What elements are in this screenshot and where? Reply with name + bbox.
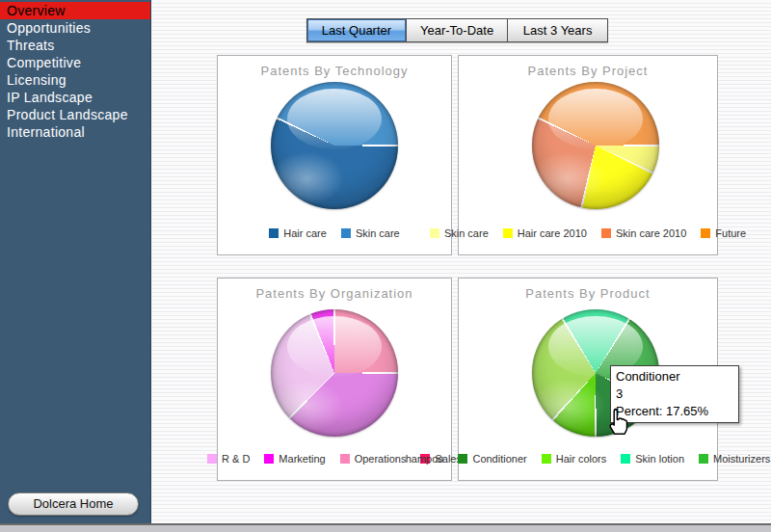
legend-swatch	[542, 454, 551, 464]
sidebar-item-international[interactable]: International	[0, 123, 150, 141]
chart-title: Patents By Product	[459, 286, 717, 301]
pie-chart-organization[interactable]	[271, 309, 398, 437]
chart-legend: Skin careHair care 2010Skin care 2010Fut…	[459, 226, 717, 239]
legend-item: Marketing	[264, 453, 325, 465]
tab-last-3-years[interactable]: Last 3 Years	[508, 19, 607, 41]
legend-swatch	[264, 454, 274, 464]
legend-swatch	[430, 228, 439, 238]
legend-item: R & D	[207, 453, 250, 465]
legend-item: Skin care	[430, 227, 489, 239]
legend-label: Skin lotion	[635, 453, 684, 465]
tab-last-quarter[interactable]: Last Quarter	[307, 19, 407, 41]
chart-legend: hampooConditionerHair colorsSkin lotionM…	[459, 452, 717, 465]
legend-swatch	[458, 454, 467, 464]
sidebar-item-licensing[interactable]: Licensing	[0, 71, 150, 89]
tooltip-value: 3	[616, 386, 733, 403]
legend-label: Hair care 2010	[518, 227, 587, 239]
sidebar-item-overview[interactable]: Overview	[0, 2, 150, 19]
legend-item: Operations	[340, 453, 407, 465]
legend-swatch	[340, 454, 350, 464]
legend-label: Skin care	[356, 227, 400, 239]
sidebar-item-opportunities[interactable]: Opportunities	[0, 19, 150, 37]
legend-label: Skin care 2010	[616, 227, 686, 239]
pie-chart-project[interactable]	[532, 82, 659, 209]
sidebar-item-threats[interactable]: Threats	[0, 37, 150, 54]
legend-swatch	[699, 454, 708, 464]
window-bottom-edge	[0, 523, 771, 532]
legend-label: R & D	[222, 453, 250, 465]
panel-patents-by-technology: Patents By Technology Hair careSkin care	[217, 55, 452, 255]
legend-label: Marketing	[279, 453, 325, 465]
legend-item: Hair care 2010	[503, 227, 587, 239]
chart-legend: Hair careSkin care	[218, 226, 451, 239]
legend-swatch	[207, 454, 217, 464]
legend-label: Operations	[355, 453, 407, 465]
legend-item: Conditioner	[458, 453, 526, 465]
legend-label: Hair colors	[556, 453, 607, 465]
sidebar: Overview Opportunities Threats Competiti…	[0, 0, 151, 523]
sidebar-item-competitive[interactable]: Competitive	[0, 54, 150, 71]
tooltip-percent: Percent: 17.65%	[616, 403, 733, 420]
legend-label: Skin care	[444, 227, 489, 239]
legend-label: Hair care	[283, 227, 327, 239]
legend-swatch	[601, 228, 611, 238]
legend-item: Hair colors	[542, 453, 607, 465]
period-tabbar: Last Quarter Year-To-Date Last 3 Years	[306, 18, 608, 42]
dolcera-home-button[interactable]: Dolcera Home	[8, 492, 139, 516]
hand-pointer-cursor	[605, 407, 632, 438]
legend-item: hampoo	[406, 453, 444, 465]
chart-title: Patents By Technology	[218, 64, 451, 78]
legend-item: Future	[701, 227, 746, 239]
legend-label: Moisturizers	[713, 453, 770, 465]
legend-swatch	[503, 228, 513, 238]
panel-patents-by-organization: Patents By Organization R & DMarketingOp…	[217, 278, 452, 481]
sidebar-item-product-landscape[interactable]: Product Landscape	[0, 106, 150, 123]
legend-swatch	[701, 228, 710, 238]
chart-title: Patents By Organization	[218, 286, 451, 301]
legend-label: Conditioner	[472, 453, 526, 465]
legend-swatch	[621, 454, 630, 464]
tooltip-label: Conditioner	[616, 368, 733, 386]
panel-patents-by-project: Patents By Project Skin careHair care 20…	[458, 55, 718, 255]
legend-label: hampoo	[406, 453, 444, 465]
legend-item: Skin lotion	[621, 453, 684, 465]
legend-item: Skin care 2010	[601, 227, 686, 239]
legend-item: Hair care	[269, 227, 327, 239]
legend-swatch	[341, 228, 351, 238]
legend-item: Moisturizers	[699, 453, 770, 465]
chart-title: Patents By Project	[459, 64, 717, 78]
legend-label: Future	[715, 227, 746, 239]
pie-chart-technology[interactable]	[271, 82, 398, 209]
legend-swatch	[269, 228, 279, 238]
sidebar-item-ip-landscape[interactable]: IP Landscape	[0, 89, 150, 106]
legend-item: Skin care	[341, 227, 400, 239]
tab-year-to-date[interactable]: Year-To-Date	[407, 19, 508, 41]
